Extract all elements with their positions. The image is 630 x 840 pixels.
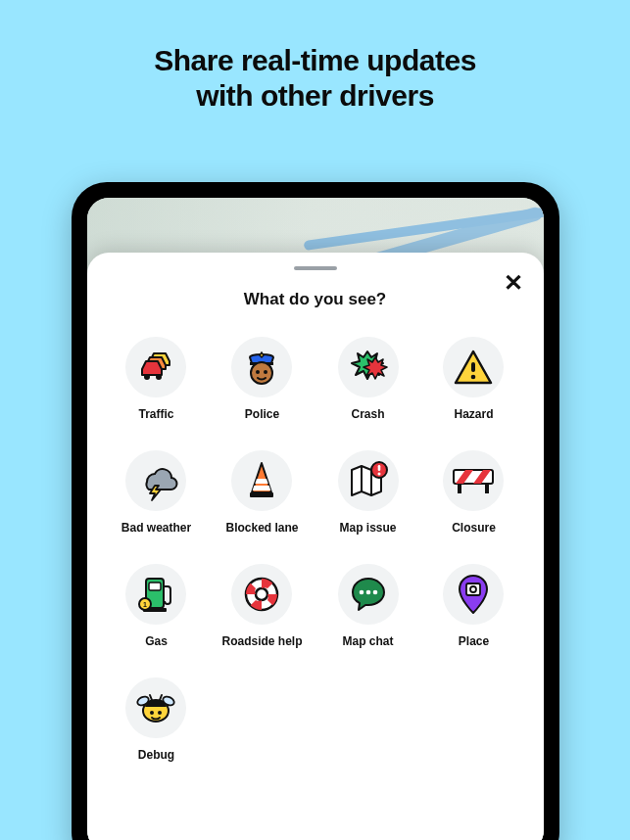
headline-line-1: Share real-time updates	[154, 44, 476, 76]
svg-rect-10	[377, 465, 380, 471]
close-icon: ✕	[504, 269, 523, 297]
report-label: Hazard	[454, 407, 493, 421]
svg-point-21	[256, 588, 267, 600]
map-chat-icon	[338, 564, 399, 625]
report-grid: Traffic Police	[109, 337, 522, 762]
svg-point-3	[251, 362, 272, 384]
closure-icon	[443, 450, 504, 511]
close-button[interactable]: ✕	[501, 270, 526, 296]
report-sheet: ✕ What do you see?	[87, 253, 544, 840]
svg-rect-25	[466, 583, 480, 595]
svg-point-30	[150, 711, 154, 715]
report-gas[interactable]: 1 Gas	[117, 564, 197, 648]
report-map-issue[interactable]: Map issue	[328, 450, 409, 535]
svg-point-5	[264, 370, 267, 374]
report-label: Roadside help	[221, 634, 302, 648]
report-bad-weather[interactable]: Bad weather	[117, 450, 197, 535]
sheet-grabber[interactable]	[294, 266, 337, 270]
report-debug[interactable]: Debug	[117, 677, 197, 762]
report-place[interactable]: Place	[434, 564, 514, 648]
police-icon	[231, 337, 292, 397]
svg-point-1	[156, 374, 162, 380]
roadside-help-icon	[231, 564, 292, 625]
map-issue-icon	[338, 450, 399, 511]
report-label: Police	[245, 407, 279, 421]
tablet-frame: ✕ What do you see?	[72, 182, 559, 840]
svg-point-23	[365, 590, 370, 595]
report-label: Crash	[351, 407, 384, 421]
report-label: Debug	[138, 748, 174, 762]
place-icon	[443, 564, 504, 625]
report-label: Place	[459, 634, 489, 648]
blocked-lane-icon	[231, 450, 292, 511]
svg-point-11	[377, 473, 380, 476]
gas-icon: 1	[125, 564, 186, 625]
report-label: Traffic	[138, 407, 173, 421]
svg-rect-14	[485, 484, 489, 493]
svg-text:1: 1	[144, 601, 148, 608]
hazard-icon	[443, 337, 504, 397]
bad-weather-icon	[125, 450, 186, 511]
svg-point-22	[359, 590, 363, 595]
headline-line-2: with other drivers	[196, 79, 434, 112]
report-map-chat[interactable]: Map chat	[328, 564, 409, 648]
report-label: Blocked lane	[225, 521, 298, 535]
report-blocked-lane[interactable]: Blocked lane	[221, 450, 302, 535]
svg-rect-6	[471, 362, 475, 372]
svg-point-31	[158, 711, 162, 715]
svg-point-0	[144, 374, 150, 380]
tablet-screen: ✕ What do you see?	[87, 198, 544, 840]
crash-icon	[338, 337, 399, 397]
report-police[interactable]: Police	[221, 337, 302, 421]
report-crash[interactable]: Crash	[328, 337, 409, 421]
report-label: Map issue	[339, 521, 396, 535]
svg-rect-8	[250, 492, 273, 497]
report-label: Closure	[452, 521, 496, 535]
report-label: Gas	[145, 634, 168, 648]
svg-point-7	[471, 375, 476, 380]
report-roadside-help[interactable]: Roadside help	[221, 564, 302, 648]
svg-rect-16	[149, 583, 161, 590]
promo-headline: Share real-time updates with other drive…	[0, 0, 630, 114]
report-label: Bad weather	[121, 521, 191, 535]
report-traffic[interactable]: Traffic	[117, 337, 197, 421]
report-closure[interactable]: Closure	[434, 450, 514, 535]
traffic-icon	[125, 337, 186, 397]
report-label: Map chat	[342, 634, 393, 648]
svg-rect-13	[458, 484, 461, 493]
debug-icon	[125, 677, 186, 738]
report-hazard[interactable]: Hazard	[434, 337, 514, 421]
svg-point-24	[372, 590, 377, 595]
sheet-title: What do you see?	[109, 290, 522, 309]
svg-point-4	[256, 370, 260, 374]
